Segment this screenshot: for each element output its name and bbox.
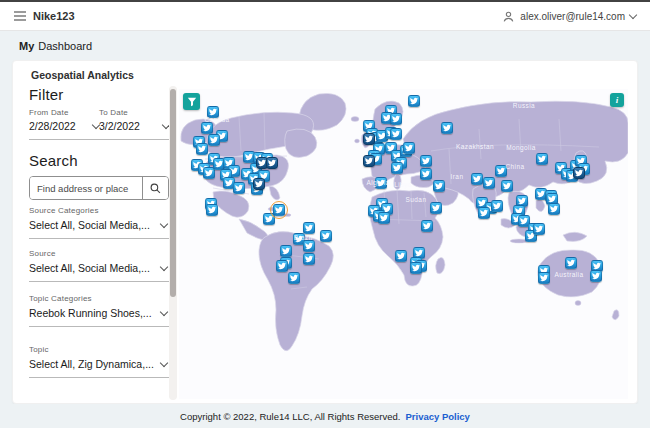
copyright-text: Copyright © 2022, Rule14 LLC, All Rights… — [180, 411, 400, 422]
search-input[interactable] — [30, 177, 142, 199]
source-select[interactable]: Select All, Social Media,... — [29, 262, 169, 274]
topic-value: Select All, Zig Dynamica,... — [29, 358, 154, 370]
tweet-marker[interactable] — [276, 260, 288, 272]
tweet-marker[interactable] — [495, 165, 507, 177]
tweet-marker[interactable] — [391, 162, 403, 174]
map-country-label: Iran — [451, 173, 464, 180]
tweet-marker[interactable] — [430, 202, 442, 214]
tweet-marker[interactable] — [408, 95, 420, 107]
tweet-marker[interactable] — [483, 177, 495, 189]
divider — [29, 139, 169, 140]
breadcrumb-dashboard: Dashboard — [38, 40, 92, 52]
tweet-marker[interactable] — [548, 203, 560, 215]
search-box — [29, 176, 169, 200]
map-canvas[interactable]: CanadaRussiaKazakhstanMongoliaChinaIranA… — [179, 89, 628, 399]
tweet-marker[interactable] — [303, 222, 315, 234]
chevron-down-icon — [160, 359, 168, 367]
tweet-cluster-marker[interactable] — [253, 178, 265, 190]
source-categories-select[interactable]: Select All, Social Media,... — [29, 219, 169, 231]
tweet-marker[interactable] — [441, 122, 453, 134]
tweet-marker[interactable] — [196, 143, 208, 155]
tweet-marker[interactable] — [536, 153, 548, 165]
tweet-marker[interactable] — [471, 173, 483, 185]
tweet-marker[interactable] — [378, 212, 390, 224]
source-categories-label: Source Categories — [29, 206, 169, 215]
funnel-icon — [187, 97, 197, 107]
tweet-marker[interactable] — [433, 180, 445, 192]
highlighted-tweet-marker[interactable] — [273, 204, 285, 216]
from-date-select[interactable]: 2/28/2022 — [29, 120, 99, 132]
tweet-marker[interactable] — [206, 204, 218, 216]
tweet-marker[interactable] — [280, 245, 292, 257]
topic-categories-select[interactable]: Reebok Running Shoes,... — [29, 307, 169, 319]
user-icon — [502, 10, 515, 23]
search-icon — [150, 183, 161, 194]
tweet-marker[interactable] — [233, 182, 245, 194]
tweet-marker[interactable] — [538, 272, 550, 284]
chevron-down-icon — [160, 220, 168, 228]
tweet-marker[interactable] — [478, 207, 490, 219]
tweet-marker[interactable] — [303, 240, 315, 252]
tweet-marker[interactable] — [207, 106, 219, 118]
tweet-cluster-marker[interactable] — [573, 167, 585, 179]
chevron-down-icon — [160, 308, 168, 316]
filter-panel: Filter From Date 2/28/2022 To Date 3/2/2… — [29, 86, 169, 400]
tweet-cluster-marker[interactable] — [363, 133, 375, 145]
to-date-field: To Date 3/2/2022 — [99, 108, 169, 132]
topic-categories-value: Reebok Running Shoes,... — [29, 307, 152, 319]
source-label: Source — [29, 249, 169, 258]
tweet-marker[interactable] — [390, 113, 402, 125]
hamburger-menu-icon[interactable] — [14, 11, 26, 21]
map-country-label: Sudan — [406, 196, 427, 203]
tweet-marker[interactable] — [375, 177, 387, 189]
tweet-marker[interactable] — [501, 180, 513, 192]
search-button[interactable] — [142, 177, 168, 199]
topic-categories-field: Topic Categories Reebok Running Shoes,..… — [29, 294, 169, 327]
chevron-down-icon — [160, 263, 168, 271]
topic-label: Topic — [29, 345, 169, 354]
tweet-marker[interactable] — [420, 168, 432, 180]
account-menu[interactable]: alex.oliver@rule14.com — [502, 10, 636, 23]
scrollbar-thumb[interactable] — [170, 89, 176, 297]
tweet-marker[interactable] — [201, 122, 213, 134]
to-date-value: 3/2/2022 — [99, 120, 140, 132]
info-icon: i — [616, 95, 619, 105]
privacy-policy-link[interactable]: Privacy Policy — [405, 411, 469, 422]
topic-field: Topic Select All, Zig Dynamica,... — [29, 345, 169, 378]
to-date-select[interactable]: 3/2/2022 — [99, 120, 169, 132]
panel-scrollbar[interactable] — [169, 86, 177, 400]
tweet-marker[interactable] — [303, 253, 315, 265]
source-value: Select All, Social Media,... — [29, 262, 150, 274]
tweet-marker[interactable] — [390, 128, 402, 140]
tweet-marker[interactable] — [320, 230, 332, 242]
marker-layer: CanadaRussiaKazakhstanMongoliaChinaIranA… — [179, 89, 628, 399]
page-footer: Copyright © 2022, Rule14 LLC, All Rights… — [0, 404, 650, 428]
tweet-marker[interactable] — [491, 200, 503, 212]
tweet-marker[interactable] — [403, 142, 415, 154]
brand-area: Nike123 — [14, 10, 75, 22]
tweet-marker[interactable] — [421, 220, 433, 232]
search-heading: Search — [29, 152, 169, 169]
tweet-marker[interactable] — [565, 257, 577, 269]
user-email: alex.oliver@rule14.com — [520, 11, 625, 22]
topic-select[interactable]: Select All, Zig Dynamica,... — [29, 358, 169, 370]
tweet-marker[interactable] — [208, 134, 220, 146]
to-date-label: To Date — [99, 108, 169, 117]
tweet-marker[interactable] — [590, 270, 602, 282]
tweet-marker[interactable] — [288, 272, 300, 284]
tweet-marker[interactable] — [410, 262, 422, 274]
tweet-marker[interactable] — [420, 155, 432, 167]
map-country-label: China — [506, 163, 525, 170]
tweet-cluster-marker[interactable] — [363, 155, 375, 167]
tweet-cluster-marker[interactable] — [266, 157, 278, 169]
breadcrumb-my: My — [19, 40, 34, 52]
tweet-marker[interactable] — [533, 223, 545, 235]
filter-heading: Filter — [29, 86, 169, 103]
breadcrumb: My Dashboard — [0, 31, 650, 60]
map-info-button[interactable]: i — [610, 93, 624, 107]
tweet-marker[interactable] — [395, 250, 407, 262]
divider — [29, 281, 169, 282]
divider — [29, 326, 169, 327]
map-filter-button[interactable] — [183, 93, 200, 110]
map-country-label: Libya — [394, 181, 412, 188]
